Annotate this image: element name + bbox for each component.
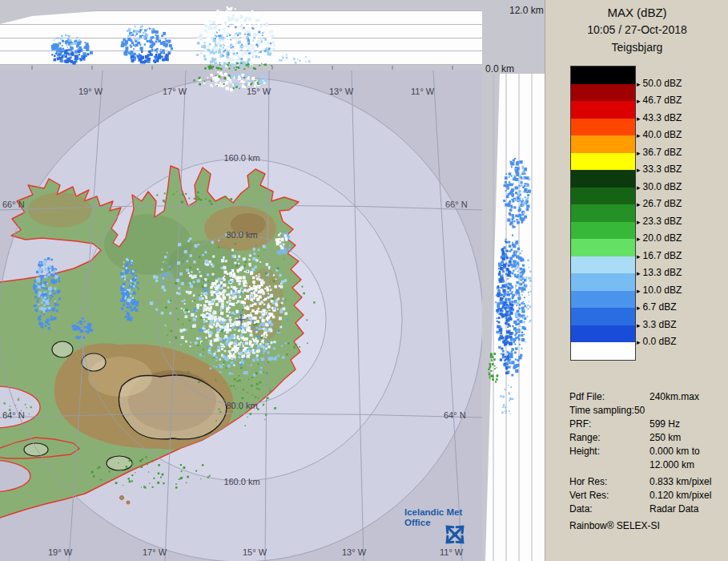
legend-swatch bbox=[571, 153, 635, 171]
legend-label: ▸3.3 dBZ bbox=[637, 319, 677, 330]
side-profile-canvas bbox=[482, 71, 545, 561]
radar-viewer-window: 12.0 km 0.0 km bbox=[0, 0, 728, 561]
legend-swatch bbox=[571, 188, 635, 205]
legend-swatch-column bbox=[570, 66, 636, 361]
info-row: 12.000 km bbox=[569, 458, 726, 472]
info-row: Data:Radar Data bbox=[569, 502, 726, 516]
legend-label: ▸20.0 dBZ bbox=[637, 232, 682, 244]
radar-map-canvas bbox=[0, 71, 482, 561]
height-axis-min-label: 0.0 km bbox=[485, 63, 514, 75]
island bbox=[127, 501, 130, 504]
legend-label: ▸46.7 dBZ bbox=[637, 95, 682, 106]
legend-swatch bbox=[571, 291, 635, 309]
island bbox=[120, 496, 124, 500]
legend-label: ▸26.7 dBZ bbox=[637, 198, 682, 209]
product-title: MAX (dBZ) bbox=[545, 6, 728, 19]
info-row: PRF:599 Hz bbox=[569, 418, 726, 431]
radar-map-panel: Icelandic Met Office 19° W17° W15° W13° … bbox=[0, 71, 482, 561]
top-profile-canvas bbox=[0, 0, 482, 71]
info-row: Range:250 km bbox=[569, 431, 726, 445]
legend-swatch bbox=[571, 273, 635, 291]
legend-label: ▸10.0 dBZ bbox=[637, 285, 682, 296]
info-row: Hor Res:0.833 km/pixel bbox=[569, 475, 726, 489]
top-height-profile-panel bbox=[0, 0, 482, 71]
legend-sidebar: MAX (dBZ) 10:05 / 27-Oct-2018 Teigsbjarg… bbox=[545, 0, 728, 561]
legend-swatch bbox=[571, 67, 635, 84]
side-height-profile-panel bbox=[482, 71, 545, 561]
legend-label: ▸50.0 dBZ bbox=[637, 78, 682, 89]
info-row: Height:0.000 km to bbox=[569, 445, 726, 458]
legend-label: ▸6.7 dBZ bbox=[637, 301, 677, 313]
legend-label: ▸23.3 dBZ bbox=[637, 216, 682, 227]
legend-swatch bbox=[571, 135, 635, 153]
glacier-snaefellsjokull bbox=[24, 443, 48, 456]
legend-swatch bbox=[571, 170, 635, 188]
legend-label: ▸43.3 dBZ bbox=[637, 112, 682, 123]
legend-label: ▸13.3 dBZ bbox=[637, 267, 682, 278]
info-row: Vert Res:0.120 km/pixel bbox=[569, 489, 726, 502]
height-axis-max-label: 12.0 km bbox=[509, 5, 544, 16]
legend-swatch bbox=[571, 222, 635, 240]
legend-swatch bbox=[571, 325, 635, 343]
legend-swatch bbox=[571, 308, 635, 325]
legend-label: ▸33.3 dBZ bbox=[637, 163, 682, 175]
legend-swatch bbox=[571, 101, 635, 119]
legend-label: ▸16.7 dBZ bbox=[637, 250, 682, 261]
legend-label: ▸30.0 dBZ bbox=[637, 181, 682, 192]
legend-swatch bbox=[571, 342, 635, 360]
legend-swatch bbox=[571, 119, 635, 136]
legend-swatch bbox=[571, 256, 635, 274]
legend-swatch bbox=[571, 84, 635, 102]
legend-labels: ▸50.0 dBZ▸46.7 dBZ▸43.3 dBZ▸40.0 dBZ▸36.… bbox=[637, 66, 725, 362]
legend-label: ▸40.0 dBZ bbox=[637, 129, 682, 140]
legend-label: ▸36.7 dBZ bbox=[637, 147, 682, 158]
info-block: Pdf File:240km.maxTime sampling:50PRF:59… bbox=[569, 390, 726, 533]
legend-swatch bbox=[571, 204, 635, 222]
legend-label: ▸0.0 dBZ bbox=[637, 336, 677, 347]
info-row: Time sampling:50 bbox=[569, 404, 726, 418]
info-row: Rainbow® SELEX-SI bbox=[569, 519, 726, 533]
product-datetime: 10:05 / 27-Oct-2018 bbox=[545, 23, 728, 36]
info-row: Pdf File:240km.max bbox=[569, 390, 726, 404]
radar-station-name: Teigsbjarg bbox=[545, 41, 728, 54]
legend-swatch bbox=[571, 239, 635, 256]
